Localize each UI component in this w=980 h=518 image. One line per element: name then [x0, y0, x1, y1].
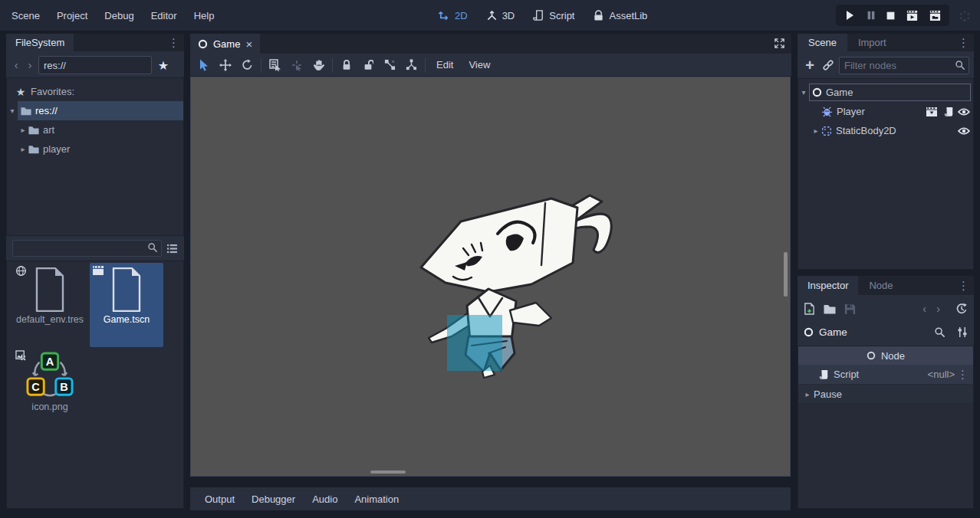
tab-game-scene[interactable]: Game × — [190, 34, 260, 54]
tree-item-art[interactable]: ▸ art — [7, 120, 183, 139]
tree-item-favorites[interactable]: ★ Favorites: — [7, 82, 183, 101]
canvas-view-menu[interactable]: View — [461, 54, 498, 77]
collision-shape-rect[interactable] — [447, 315, 502, 371]
lock-icon[interactable] — [336, 56, 357, 74]
toolbar-separator — [425, 58, 426, 72]
file-search-input[interactable] — [12, 240, 162, 257]
scene-dock-tab-bar: Scene Import ⋮ — [797, 34, 974, 51]
filesystem-dock-menu-icon[interactable]: ⋮ — [168, 37, 179, 48]
menu-scene[interactable]: Scene — [3, 0, 48, 31]
player-expand-icon[interactable]: ▸ — [18, 145, 28, 153]
list-select-icon[interactable] — [265, 56, 286, 74]
tree-item-res-root[interactable]: ▾ res:// — [7, 101, 183, 120]
history-forward-icon[interactable]: › — [936, 303, 940, 315]
search-icon — [147, 242, 158, 253]
close-tab-icon[interactable]: × — [245, 38, 252, 51]
pan-tool-icon[interactable] — [307, 56, 329, 74]
res-root-collapse-icon[interactable]: ▾ — [7, 107, 18, 115]
workspace-script[interactable]: Script — [524, 10, 584, 21]
unlock-icon[interactable] — [357, 56, 379, 74]
svg-text:B: B — [60, 381, 67, 393]
pause-button[interactable] — [866, 10, 876, 21]
file-list-display-mode-icon[interactable] — [166, 244, 178, 254]
file-game-tscn[interactable]: Game.tscn — [90, 263, 163, 347]
filesystem-search-bar — [6, 238, 184, 259]
workspace-2d-label: 2D — [455, 10, 468, 21]
property-search-icon[interactable] — [934, 326, 945, 338]
nav-forward-icon[interactable]: › — [25, 59, 35, 71]
scene-dock-menu-icon[interactable]: ⋮ — [958, 37, 969, 48]
horizontal-scrollbar-thumb[interactable] — [370, 470, 406, 474]
bottom-tab-audio[interactable]: Audio — [305, 487, 344, 510]
attached-script-icon[interactable] — [943, 107, 954, 117]
group-icon[interactable] — [379, 56, 400, 74]
object-history-icon[interactable] — [955, 303, 968, 315]
bottom-tab-debugger[interactable]: Debugger — [245, 487, 302, 510]
nav-back-icon[interactable]: ‹ — [11, 59, 21, 71]
instance-scene-link-icon[interactable] — [822, 59, 834, 71]
workspace-3d[interactable]: 3D — [477, 10, 525, 21]
inspector-dock-menu-icon[interactable]: ⋮ — [958, 280, 969, 291]
favorite-toggle-icon[interactable]: ★ — [155, 58, 172, 73]
scene-node-game[interactable]: ▾ Game — [798, 83, 973, 102]
rotate-tool-icon[interactable] — [236, 56, 258, 74]
stop-button[interactable] — [886, 11, 896, 21]
inspector-category-node[interactable]: Node — [798, 346, 973, 365]
menu-project[interactable]: Project — [48, 0, 96, 31]
viewport-canvas[interactable] — [190, 77, 791, 477]
play-button[interactable] — [844, 9, 856, 21]
scene-node-staticbody2d[interactable]: ▸ StaticBody2D — [798, 121, 973, 140]
tab-node[interactable]: Node — [858, 276, 903, 295]
filter-nodes-input[interactable] — [839, 57, 969, 74]
tab-inspector[interactable]: Inspector — [797, 276, 858, 295]
menu-debug[interactable]: Debug — [96, 0, 142, 31]
snap-options-icon[interactable] — [286, 56, 307, 74]
history-back-icon[interactable]: ‹ — [922, 303, 926, 315]
path-input[interactable] — [38, 56, 152, 74]
distraction-free-icon[interactable] — [774, 38, 785, 49]
play-scene-button[interactable] — [906, 9, 919, 22]
game-collapse-icon[interactable]: ▾ — [798, 88, 809, 97]
tab-filesystem[interactable]: FileSystem — [6, 34, 74, 51]
resource-file-icon — [32, 267, 67, 312]
art-expand-icon[interactable]: ▸ — [18, 126, 28, 134]
select-tool-icon[interactable] — [193, 56, 215, 74]
pause-expand-icon[interactable]: ▸ — [803, 390, 812, 398]
visibility-eye-icon[interactable] — [958, 107, 970, 116]
file-icon-png[interactable]: A C B icon.png — [13, 350, 87, 421]
menu-help[interactable]: Help — [186, 0, 223, 31]
workspace-assetlib[interactable]: AssetLib — [584, 10, 656, 21]
new-resource-icon[interactable] — [804, 303, 815, 315]
favorites-label: Favorites: — [31, 86, 74, 97]
load-resource-folder-icon[interactable] — [824, 304, 836, 314]
add-node-icon[interactable]: + — [802, 57, 817, 73]
staticbody-expand-icon[interactable]: ▸ — [811, 126, 821, 135]
visibility-eye-icon[interactable] — [958, 126, 970, 136]
scene-node-label: Player — [837, 106, 865, 117]
workspace-2d[interactable]: 2D — [429, 10, 477, 21]
ungroup-icon[interactable] — [400, 56, 422, 74]
file-default-env[interactable]: default_env.tres — [13, 263, 87, 347]
scene-node-player[interactable]: Player — [798, 102, 973, 121]
tab-scene[interactable]: Scene — [797, 34, 847, 51]
script-property-menu-icon[interactable]: ⋮ — [957, 369, 968, 380]
property-pause-row[interactable]: ▸ Pause — [798, 385, 973, 403]
bottom-tab-output[interactable]: Output — [198, 487, 242, 510]
move-tool-icon[interactable] — [215, 56, 236, 74]
object-tools-icon[interactable] — [957, 326, 968, 338]
canvas-edit-menu[interactable]: Edit — [429, 54, 461, 77]
save-resource-icon[interactable] — [844, 303, 856, 315]
filesystem-nav-bar: ‹ › ★ — [6, 53, 184, 77]
tree-item-player[interactable]: ▸ player — [7, 139, 183, 159]
play-custom-scene-button[interactable] — [929, 9, 942, 22]
file-name: default_env.tres — [13, 313, 87, 326]
vertical-scrollbar-thumb[interactable] — [784, 252, 788, 297]
tab-import[interactable]: Import — [847, 34, 897, 51]
bottom-tab-animation[interactable]: Animation — [347, 487, 406, 510]
script-property-value[interactable]: <null> — [928, 369, 955, 380]
open-instanced-scene-icon[interactable] — [926, 107, 938, 117]
menu-editor[interactable]: Editor — [143, 0, 186, 31]
scene-node-label: Game — [826, 87, 853, 98]
filesystem-tab-bar: FileSystem ⋮ — [6, 34, 184, 51]
property-script-row[interactable]: Script <null> ⋮ — [798, 365, 973, 385]
